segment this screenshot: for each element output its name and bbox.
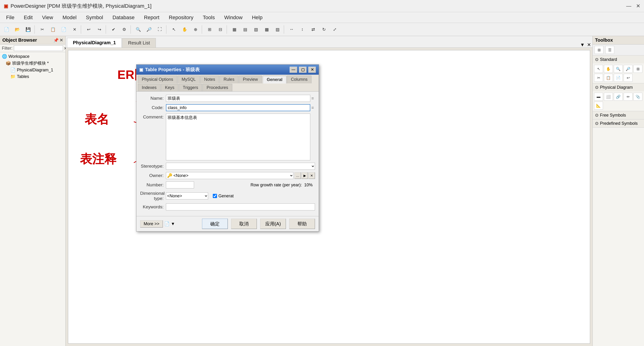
dialog-restore-button[interactable]: ▢: [299, 67, 306, 73]
tb-r3[interactable]: ⇄: [308, 25, 318, 34]
tb-zoom-tool[interactable]: ⊕: [190, 25, 200, 34]
tab-physical-diagram[interactable]: PhysicalDiagram_1: [67, 38, 122, 47]
dlg-tab-columns[interactable]: Columns: [287, 76, 312, 83]
tb-generate[interactable]: ⚙: [119, 25, 129, 34]
tb-cut[interactable]: ✂: [37, 25, 47, 34]
tb-pointer-tool[interactable]: ↖: [594, 65, 603, 73]
footer-doc-icon[interactable]: 📄: [164, 221, 170, 226]
tree-tables[interactable]: 📁 Tables: [1, 73, 64, 80]
tb-zoom-in[interactable]: 🔍: [133, 25, 144, 34]
tb-undo-tool[interactable]: ↩: [624, 74, 632, 82]
menu-window[interactable]: Window: [220, 13, 247, 22]
toolbox-section-standard-header[interactable]: ⊙ Standard: [593, 55, 644, 63]
panel-close-icon[interactable]: ✕: [60, 38, 63, 43]
tb-fit-tool[interactable]: ⊞: [634, 65, 642, 73]
tb-grid[interactable]: ⊞: [204, 25, 215, 34]
name-input[interactable]: [166, 95, 310, 102]
tb-redo[interactable]: ↪: [94, 25, 104, 34]
cancel-button[interactable]: 取消: [231, 219, 257, 229]
owner-new-button[interactable]: …: [294, 172, 301, 179]
code-input[interactable]: [166, 104, 310, 111]
tree-diagram[interactable]: 📄 PhysicalDiagram_1: [1, 67, 64, 73]
tb-r5[interactable]: ⤢: [330, 25, 340, 34]
generate-checkbox[interactable]: [213, 194, 217, 198]
menu-edit[interactable]: Edit: [20, 13, 37, 22]
apply-button[interactable]: 应用(A): [260, 219, 286, 229]
tb-grab-tool[interactable]: ✋: [604, 65, 613, 73]
tree-workspace[interactable]: 🌐 Workspace: [1, 53, 64, 60]
dlg-tab-preview[interactable]: Preview: [239, 76, 262, 83]
tb-fit[interactable]: ⛶: [155, 25, 165, 34]
dlg-tab-procedures[interactable]: Procedures: [202, 84, 232, 91]
tb-table-tool[interactable]: ▬: [594, 93, 603, 101]
tb-zoom-in-tool[interactable]: 🔍: [614, 65, 623, 73]
tb-check[interactable]: ✔: [108, 25, 118, 34]
tb-note-tool[interactable]: 📎: [634, 93, 642, 101]
tb-r4[interactable]: ↻: [319, 25, 329, 34]
tabs-close-icon[interactable]: ✕: [587, 42, 591, 47]
toolbox-section-free-header[interactable]: ⊙ Free Symbols: [593, 111, 644, 119]
menu-help[interactable]: Help: [248, 13, 267, 22]
tb-text-tool[interactable]: ✏: [624, 93, 632, 101]
toolbox-grid-view[interactable]: ⊞: [594, 46, 604, 54]
dlg-tab-indexes[interactable]: Indexes: [138, 84, 160, 91]
menu-database[interactable]: Database: [108, 13, 139, 22]
tab-result-list[interactable]: Result List: [122, 38, 156, 47]
tb-delete[interactable]: ✕: [69, 25, 80, 34]
tb-b2[interactable]: ▤: [240, 25, 250, 34]
comment-textarea[interactable]: 班级基本信息表: [166, 113, 310, 160]
owner-props-button[interactable]: ▶: [302, 172, 308, 179]
dlg-tab-general[interactable]: General: [263, 76, 286, 84]
ok-button[interactable]: 确定: [202, 219, 228, 229]
dlg-tab-rules[interactable]: Rules: [220, 76, 238, 83]
tb-b1[interactable]: ▦: [229, 25, 240, 34]
tb-undo[interactable]: ↩: [84, 25, 94, 34]
dlg-tab-triggers[interactable]: Triggers: [179, 84, 202, 91]
menu-view[interactable]: View: [38, 13, 57, 22]
tree-module[interactable]: 📦 班级学生维护模块 *: [1, 60, 64, 67]
tb-hand[interactable]: ✋: [180, 25, 190, 34]
tb-zoom-out-tool[interactable]: 🔎: [624, 65, 632, 73]
toolbox-list-view[interactable]: ☰: [605, 46, 614, 54]
menu-symbol[interactable]: Symbol: [82, 13, 107, 22]
tb-b5[interactable]: ▨: [272, 25, 283, 34]
dlg-tab-mysql[interactable]: MySQL: [178, 76, 200, 83]
toolbox-section-predefined-header[interactable]: ⊙ Predefined Symbols: [593, 119, 644, 127]
tb-open[interactable]: 📂: [12, 25, 22, 34]
tb-r1[interactable]: ↔: [286, 25, 297, 34]
dialog-close-button[interactable]: ✕: [308, 67, 316, 73]
dialog-minimize-button[interactable]: —: [290, 67, 297, 73]
tb-link-tool[interactable]: 🔗: [614, 93, 623, 101]
tb-copy[interactable]: 📋: [48, 25, 58, 34]
more-button[interactable]: More >>: [140, 220, 163, 228]
footer-dropdown-icon[interactable]: ▼: [171, 221, 175, 226]
tb-r2[interactable]: ↕: [297, 25, 308, 34]
owner-select[interactable]: 🔑 <None>: [166, 172, 294, 179]
tabs-menu-icon[interactable]: ▼: [580, 42, 585, 47]
menu-model[interactable]: Model: [58, 13, 81, 22]
keywords-input[interactable]: [166, 203, 315, 210]
help-button[interactable]: 帮助: [289, 219, 315, 229]
tb-zoom-out[interactable]: 🔎: [144, 25, 154, 34]
menu-file[interactable]: File: [2, 13, 18, 22]
tb-b4[interactable]: ▩: [262, 25, 272, 34]
tb-ruler-tool[interactable]: 📐: [594, 102, 603, 110]
tb-save[interactable]: 💾: [23, 25, 33, 34]
number-input[interactable]: [166, 181, 194, 188]
owner-clear-button[interactable]: ✕: [308, 172, 315, 179]
tb-copy-tool[interactable]: 📋: [604, 74, 613, 82]
toolbox-section-physical-header[interactable]: ⊙ Physical Diagram: [593, 83, 644, 91]
menu-repository[interactable]: Repository: [164, 13, 198, 22]
stereotype-select[interactable]: [166, 163, 315, 170]
tb-cut-tool[interactable]: ✂: [594, 74, 603, 82]
dlg-tab-physical-options[interactable]: Physical Options: [138, 76, 177, 83]
close-button[interactable]: ✕: [636, 3, 640, 9]
menu-report[interactable]: Report: [140, 13, 164, 22]
panel-pin-icon[interactable]: 📌: [54, 38, 58, 43]
tb-b3[interactable]: ▧: [251, 25, 261, 34]
dimensional-select[interactable]: <None>: [166, 192, 208, 199]
tb-view-tool[interactable]: ⬜: [604, 93, 613, 101]
dlg-tab-keys[interactable]: Keys: [161, 84, 178, 91]
tb-snap[interactable]: ⊟: [215, 25, 226, 34]
tb-new[interactable]: 📄: [2, 25, 12, 34]
